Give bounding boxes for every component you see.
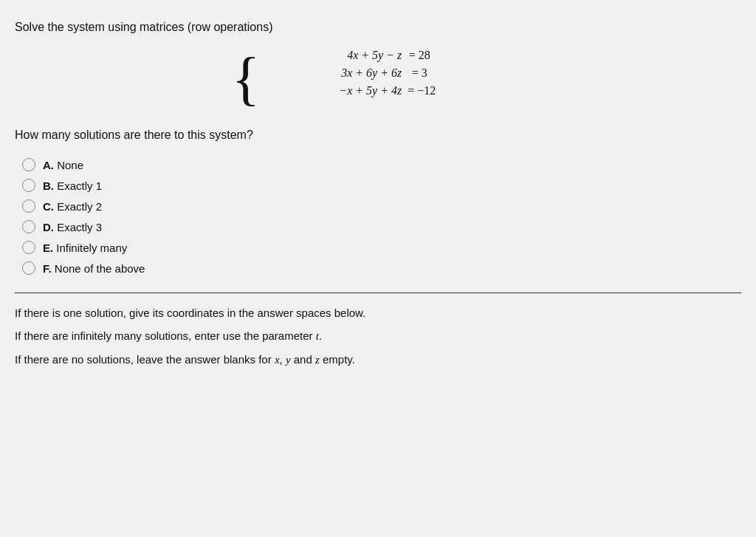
- equations: 4x + 5y − z = 28 3x + 6y + 6z = 3 −x + 5…: [284, 49, 436, 108]
- radio-d[interactable]: [22, 220, 35, 233]
- equation-system: { 4x + 5y − z = 28 3x + 6y + 6z = 3 −x +…: [15, 49, 741, 108]
- problem-title: Solve the system using matrices (row ope…: [15, 21, 741, 34]
- radio-e[interactable]: [22, 241, 35, 254]
- eq3-lhs: −x + 5y + 4z: [284, 84, 402, 98]
- section-divider: [15, 293, 741, 293]
- equation-row-3: −x + 5y + 4z = −12: [284, 84, 436, 98]
- choice-e-label: E. Infinitely many: [43, 242, 127, 254]
- choice-f-label: F. None of the above: [43, 262, 145, 275]
- radio-f[interactable]: [22, 261, 35, 275]
- radio-b[interactable]: [22, 179, 35, 192]
- radio-c[interactable]: [22, 199, 35, 213]
- equation-row-2: 3x + 6y + 6z = 3: [284, 66, 431, 80]
- choice-d-label: D. Exactly 3: [43, 221, 102, 233]
- question-text: How many solutions are there to this sys…: [15, 129, 741, 142]
- answer-choices: A. None B. Exactly 1 C. Exactly 2 D. Exa…: [15, 158, 741, 275]
- choice-d[interactable]: D. Exactly 3: [22, 220, 741, 233]
- instruction-3: If there are no solutions, leave the ans…: [15, 353, 741, 366]
- choice-b-label: B. Exactly 1: [43, 179, 102, 192]
- eq1-lhs: 4x + 5y − z: [284, 49, 402, 62]
- instruction-1: If there is one solution, give its coord…: [15, 307, 741, 319]
- instructions-section: If there is one solution, give its coord…: [15, 307, 741, 366]
- page: Solve the system using matrices (row ope…: [0, 0, 756, 537]
- choice-a-label: A. None: [43, 159, 83, 171]
- choice-c[interactable]: C. Exactly 2: [22, 199, 741, 213]
- choice-e[interactable]: E. Infinitely many: [22, 241, 741, 254]
- choice-c-label: C. Exactly 2: [43, 200, 102, 213]
- choice-f[interactable]: F. None of the above: [22, 261, 741, 275]
- equation-row-1: 4x + 5y − z = 28: [284, 49, 431, 62]
- left-brace: {: [232, 49, 260, 108]
- instruction-2: If there are infinitely many solutions, …: [15, 329, 741, 343]
- choice-b[interactable]: B. Exactly 1: [22, 179, 741, 192]
- eq2-lhs: 3x + 6y + 6z: [284, 66, 402, 80]
- radio-a[interactable]: [22, 158, 35, 171]
- eq2-sign: = 3: [402, 66, 431, 80]
- eq3-sign: = −12: [402, 84, 436, 98]
- eq1-sign: = 28: [402, 49, 431, 62]
- choice-a[interactable]: A. None: [22, 158, 741, 171]
- brace-container: { 4x + 5y − z = 28 3x + 6y + 6z = 3 −x +…: [232, 49, 436, 108]
